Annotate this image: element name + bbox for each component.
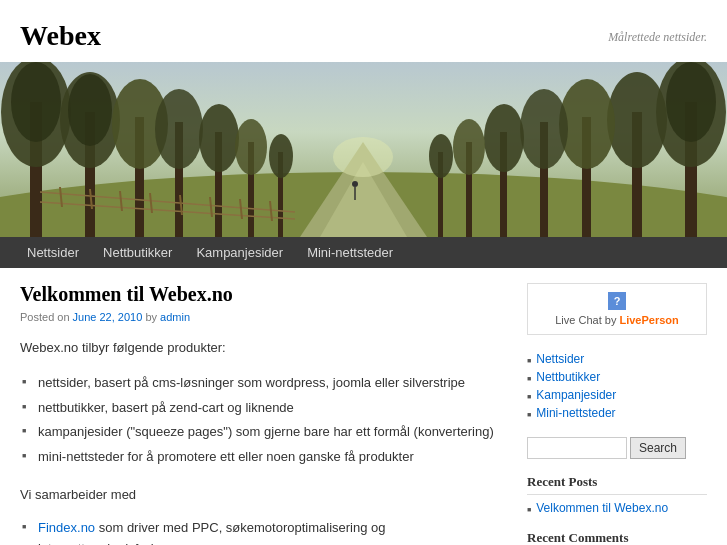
svg-point-19: [269, 134, 293, 178]
sidebar-nav-kampanjesider[interactable]: Kampanjesider: [536, 388, 616, 402]
site-title: Webex: [20, 20, 101, 52]
livechat-brand: LivePerson: [619, 314, 678, 326]
site-tagline: Målrettede nettsider.: [608, 20, 707, 45]
post-title: Velkommen til Webex.no: [20, 283, 507, 306]
nav-item-kampanjesider[interactable]: Kampanjesider: [184, 237, 295, 268]
recent-comments-title: Recent Comments: [527, 530, 707, 545]
list-item: nettbutikker, basert på zend-cart og lik…: [20, 396, 507, 421]
svg-point-34: [429, 134, 453, 178]
svg-point-45: [333, 137, 393, 177]
recent-post-link[interactable]: Velkommen til Webex.no: [536, 501, 668, 515]
nav-item-nettbutikker[interactable]: Nettbutikker: [91, 237, 184, 268]
list-item: mini-nettsteder for å promotere ett elle…: [20, 445, 507, 470]
post-list-2: Findex.no som driver med PPC, søkemotoro…: [20, 516, 507, 545]
search-widget: Search: [527, 437, 707, 459]
livechat-widget: ? Live Chat by LivePerson: [527, 283, 707, 335]
livechat-label: Live Chat by LivePerson: [536, 314, 698, 326]
search-input[interactable]: [527, 437, 627, 459]
post-intro: Webex.no tilbyr følgende produkter:: [20, 338, 507, 359]
svg-point-6: [11, 62, 61, 142]
svg-point-9: [68, 74, 112, 146]
content-wrapper: Velkommen til Webex.no Posted on June 22…: [0, 268, 727, 545]
livechat-icon: ?: [608, 292, 626, 310]
list-item: kampanjesider ("squeeze pages") som gjer…: [20, 420, 507, 445]
post-list-1: nettsider, basert på cms-løsninger som w…: [20, 371, 507, 470]
recent-comments-widget: Recent Comments: [527, 530, 707, 545]
svg-point-32: [453, 119, 485, 175]
nav-item-mini-nettsteder[interactable]: Mini-nettsteder: [295, 237, 405, 268]
site-header: Webex Målrettede nettsider.: [0, 0, 727, 62]
svg-point-13: [155, 89, 203, 169]
main-nav: Nettsider Nettbutikker Kampanjesider Min…: [0, 237, 727, 268]
sidebar-nav-nettbutikker[interactable]: Nettbutikker: [536, 370, 600, 384]
list-item: Findex.no som driver med PPC, søkemotoro…: [20, 516, 507, 545]
findex-link[interactable]: Findex.no: [38, 520, 95, 535]
sidebar-nav-nettsider[interactable]: Nettsider: [536, 352, 584, 366]
sidebar-nav-mini-nettsteder[interactable]: Mini-nettsteder: [536, 406, 615, 420]
list-item: nettsider, basert på cms-løsninger som w…: [20, 371, 507, 396]
svg-point-22: [666, 62, 716, 142]
post-body: Webex.no tilbyr følgende produkter: nett…: [20, 338, 507, 545]
sidebar-nav: Nettsider Nettbutikker Kampanjesider Min…: [527, 350, 707, 422]
hero-svg: [0, 62, 727, 237]
svg-point-30: [484, 104, 524, 172]
search-button[interactable]: Search: [630, 437, 686, 459]
nav-item-nettsider[interactable]: Nettsider: [15, 237, 91, 268]
post-author-link[interactable]: admin: [160, 311, 190, 323]
sidebar: ? Live Chat by LivePerson Nettsider Nett…: [527, 283, 707, 545]
svg-point-24: [607, 72, 667, 168]
post-section-title: Vi samarbeider med: [20, 485, 507, 506]
search-form: Search: [527, 437, 707, 459]
svg-point-17: [235, 119, 267, 175]
post-date-link[interactable]: June 22, 2010: [73, 311, 143, 323]
main-content: Velkommen til Webex.no Posted on June 22…: [20, 283, 507, 545]
svg-point-47: [352, 181, 358, 187]
svg-point-15: [199, 104, 239, 172]
svg-point-28: [520, 89, 568, 169]
post-meta: Posted on June 22, 2010 by admin: [20, 311, 507, 323]
recent-posts-title: Recent Posts: [527, 474, 707, 495]
hero-image: [0, 62, 727, 237]
recent-posts-widget: Recent Posts Velkommen til Webex.no: [527, 474, 707, 515]
